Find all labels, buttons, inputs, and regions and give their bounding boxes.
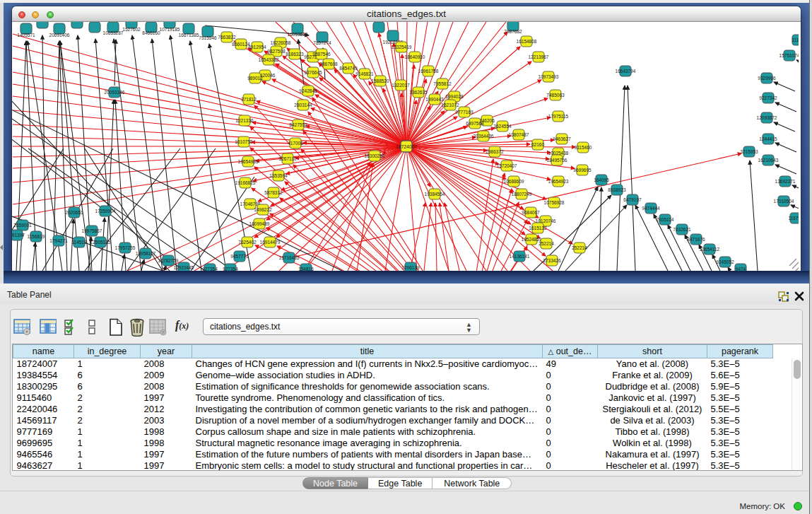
svg-text:9146821: 9146821 (355, 71, 374, 76)
svg-text:1156819: 1156819 (28, 234, 45, 239)
svg-text:7485063: 7485063 (546, 93, 565, 98)
svg-text:252214: 252214 (572, 245, 587, 250)
svg-text:1733426: 1733426 (543, 258, 561, 263)
svg-text:9684067: 9684067 (522, 210, 540, 215)
svg-text:11175: 11175 (792, 37, 799, 42)
svg-text:10958117: 10958117 (136, 251, 156, 256)
svg-text:9376645: 9376645 (304, 70, 322, 75)
svg-text:10719185: 10719185 (160, 27, 180, 32)
svg-text:1990443: 1990443 (425, 97, 444, 102)
svg-text:12213967: 12213967 (529, 54, 549, 59)
svg-text:1322017: 1322017 (392, 83, 410, 88)
svg-text:12923445: 12923445 (174, 265, 194, 270)
svg-text:8938923: 8938923 (608, 187, 626, 192)
svg-text:10654112: 10654112 (700, 247, 720, 252)
svg-text:9777169: 9777169 (455, 110, 473, 115)
svg-text:6994028: 6994028 (445, 94, 464, 99)
svg-text:2867608: 2867608 (319, 62, 338, 66)
svg-text:1588520: 1588520 (371, 78, 389, 83)
svg-text:8466160: 8466160 (142, 30, 160, 35)
svg-text:1610755: 1610755 (235, 139, 253, 144)
svg-text:9242848: 9242848 (299, 88, 317, 93)
svg-text:9699695: 9699695 (573, 168, 592, 173)
svg-text:18495756: 18495756 (547, 158, 567, 163)
svg-text:8660124: 8660124 (232, 42, 250, 47)
svg-text:16782759: 16782759 (158, 258, 179, 263)
svg-text:18724007: 18724007 (396, 144, 417, 149)
svg-text:19654923: 19654923 (548, 179, 569, 184)
svg-text:10688609: 10688609 (504, 179, 524, 184)
svg-text:989012: 989012 (247, 76, 263, 81)
svg-text:116753: 116753 (788, 216, 799, 221)
svg-text:9474444: 9474444 (642, 206, 660, 211)
svg-text:10653287: 10653287 (103, 30, 124, 35)
svg-text:2986372: 2986372 (486, 149, 504, 154)
svg-text:62160: 62160 (531, 142, 544, 147)
svg-text:1296139: 1296139 (401, 265, 420, 270)
svg-text:2020651: 2020651 (65, 210, 83, 215)
svg-text:16053809: 16053809 (288, 32, 308, 37)
svg-text:417006: 417006 (288, 141, 303, 146)
svg-text:1362635: 1362635 (409, 90, 428, 95)
svg-text:16154808: 16154808 (517, 39, 537, 44)
svg-text:271812: 271812 (241, 97, 257, 102)
svg-text:16671385: 16671385 (179, 33, 199, 37)
svg-text:8912954: 8912954 (248, 45, 266, 49)
svg-text:16914479: 16914479 (260, 240, 281, 245)
svg-text:17975115: 17975115 (548, 114, 569, 119)
svg-text:6479197: 6479197 (623, 197, 642, 202)
svg-text:20364436: 20364436 (473, 134, 494, 139)
svg-text:9587546: 9587546 (312, 52, 331, 57)
svg-text:9245052: 9245052 (716, 259, 734, 264)
svg-text:3624554: 3624554 (493, 124, 512, 129)
svg-text:7857274: 7857274 (313, 40, 331, 45)
svg-text:17010504: 17010504 (774, 199, 794, 204)
svg-text:18226058: 18226058 (271, 40, 291, 45)
svg-text:8471676: 8471676 (687, 237, 705, 242)
svg-text:12093872: 12093872 (757, 115, 777, 120)
svg-text:19654983: 19654983 (238, 159, 259, 164)
svg-text:9827508: 9827508 (267, 49, 286, 54)
svg-text:1221336: 1221336 (235, 118, 254, 123)
svg-text:1498222: 1498222 (254, 207, 272, 212)
svg-text:7955812: 7955812 (433, 81, 452, 86)
svg-text:17957255: 17957255 (115, 245, 136, 250)
svg-text:18807249: 18807249 (512, 192, 532, 197)
svg-text:9115460: 9115460 (575, 145, 592, 150)
svg-text:8186323: 8186323 (286, 52, 304, 57)
svg-text:252214: 252214 (539, 241, 554, 246)
svg-text:2987682: 2987682 (504, 29, 522, 34)
svg-text:16961758: 16961758 (418, 69, 439, 74)
svg-text:1621072: 1621072 (441, 103, 459, 107)
svg-text:7515546: 7515546 (199, 35, 217, 40)
svg-text:13692371: 13692371 (775, 179, 796, 184)
svg-text:1615132: 1615132 (529, 226, 547, 230)
svg-text:1405571: 1405571 (17, 33, 35, 37)
svg-text:15716485: 15716485 (279, 255, 300, 260)
svg-text:8454749: 8454749 (339, 66, 358, 71)
svg-text:16099489: 16099489 (249, 221, 270, 226)
svg-text:2935114: 2935114 (657, 217, 674, 222)
svg-text:2803144: 2803144 (294, 103, 312, 107)
svg-text:15751074: 15751074 (779, 53, 799, 58)
svg-text:12505135: 12505135 (90, 240, 111, 245)
svg-text:19975867: 19975867 (82, 228, 102, 233)
svg-text:164095: 164095 (594, 177, 609, 182)
svg-text:10807487: 10807487 (509, 132, 529, 137)
svg-text:7663822: 7663822 (218, 35, 236, 40)
svg-text:3267110: 3267110 (279, 156, 297, 161)
svg-text:1794271: 1794271 (49, 238, 68, 243)
svg-text:2659001: 2659001 (13, 223, 32, 228)
svg-text:7632621: 7632621 (673, 227, 691, 232)
svg-text:9463627: 9463627 (553, 136, 571, 141)
svg-text:8427552: 8427552 (289, 122, 307, 127)
svg-text:13325419: 13325419 (392, 45, 412, 49)
svg-text:9329966: 9329966 (758, 76, 776, 81)
svg-text:9227342: 9227342 (759, 95, 777, 100)
svg-text:16643794: 16643794 (616, 69, 636, 74)
svg-text:114519: 114519 (71, 240, 87, 245)
svg-text:1527602: 1527602 (122, 27, 141, 32)
svg-text:19384554: 19384554 (425, 192, 445, 197)
svg-text:17359904: 17359904 (95, 209, 116, 214)
svg-text:18300295: 18300295 (365, 153, 385, 158)
